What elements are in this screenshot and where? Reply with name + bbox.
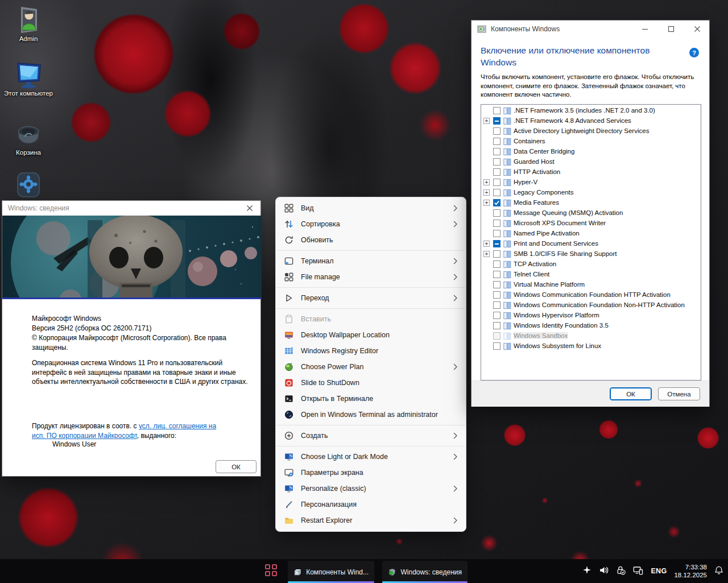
menu-item-terminal[interactable]: Терминал [276,253,466,269]
menu-item-registry-editor[interactable]: Windows Registry Editor [276,343,466,359]
feature-row[interactable]: Windows Communication Foundation HTTP Ac… [481,290,701,300]
menu-item-view[interactable]: Вид [276,200,466,216]
expand-plus-icon[interactable]: + [483,189,490,196]
menu-item-personalize-classic[interactable]: Personalize (classic) [276,481,466,497]
feature-row[interactable]: Telnet Client [481,270,701,280]
menu-item-display-settings[interactable]: Параметры экрана [276,465,466,481]
feature-checkbox[interactable] [493,322,500,329]
feature-checkbox[interactable] [493,117,500,125]
feature-checkbox[interactable] [493,209,500,217]
feature-checkbox[interactable] [493,261,500,268]
security-lock-icon[interactable] [616,565,626,577]
desktop-icon-this-pc[interactable]: Этот компьютер [0,60,57,97]
feature-checkbox[interactable] [493,158,500,166]
winver-banner-art [2,216,262,299]
feature-checkbox[interactable] [493,230,500,237]
feature-row[interactable]: +Legacy Components [481,188,701,198]
menu-item-go[interactable]: Переход [276,290,466,306]
menu-item-open-terminal[interactable]: Открыть в Терминале [276,391,466,407]
feature-row[interactable]: Guarded Host [481,157,701,167]
taskbar-clock[interactable]: 7:33:38 18.12.2025 [674,563,707,579]
start-button[interactable] [265,564,279,578]
feature-row[interactable]: HTTP Activation [481,167,701,177]
feature-checkbox[interactable] [493,281,500,288]
feature-row[interactable]: Microsoft XPS Document Writer [481,218,701,229]
menu-item-power-plan[interactable]: Choose Power Plan [276,359,466,375]
feature-row[interactable]: Active Directory Lightweight Directory S… [481,126,701,137]
feature-checkbox[interactable] [493,148,500,155]
help-icon[interactable]: ? [689,48,699,57]
feature-checkbox[interactable] [493,138,500,145]
feature-row[interactable]: .NET Framework 3.5 (includes .NET 2.0 an… [481,106,701,116]
menu-item-restart-explorer[interactable]: Restart Explorer [276,512,466,528]
close-icon[interactable] [690,23,705,35]
feature-checkbox[interactable] [493,220,500,227]
expand-plus-icon[interactable]: + [483,118,490,124]
winver-titlebar[interactable]: Windows: сведения [2,201,260,216]
taskbar-button-winver[interactable]: Windows: сведения [382,561,468,583]
feature-checkbox[interactable] [493,332,500,340]
features-titlebar[interactable]: Компоненты Windows [471,20,709,38]
feature-checkbox[interactable] [493,291,500,299]
expand-plus-icon[interactable]: + [483,200,490,206]
language-indicator[interactable]: ENG [651,567,667,575]
expand-plus-icon[interactable]: + [483,241,490,247]
feature-checkbox[interactable] [493,127,500,135]
feature-row[interactable]: Windows Identity Foundation 3.5 [481,321,701,331]
features-ok-button[interactable]: ОК [610,387,652,400]
feature-row[interactable]: Data Center Bridging [481,147,701,157]
close-icon[interactable] [242,202,257,214]
feature-row[interactable]: Message Queuing (MSMQ) Activation [481,208,701,218]
feature-row[interactable]: Containers [481,137,701,147]
cast-display-icon[interactable] [633,565,643,577]
feature-checkbox[interactable] [493,168,500,176]
personalize-screen-icon [284,483,294,494]
feature-row[interactable]: +Hyper-V [481,177,701,188]
sparkle-icon[interactable] [582,565,592,577]
menu-item-sort[interactable]: Сортировка [276,216,466,232]
menu-item-refresh[interactable]: Обновить [276,232,466,248]
volume-icon[interactable] [599,565,609,577]
feature-checkbox[interactable] [493,312,500,319]
feature-checkbox[interactable] [493,107,500,114]
feature-row[interactable]: +Media Features [481,198,701,208]
menu-item-light-dark-mode[interactable]: Choose Light or Dark Mode [276,449,466,465]
notification-bell-icon[interactable] [714,565,723,577]
feature-checkbox[interactable] [493,342,500,350]
feature-row[interactable]: +Print and Document Services [481,239,701,249]
feature-checkbox[interactable] [493,199,500,206]
menu-item-slide-shutdown[interactable]: Slide to ShutDown [276,375,466,391]
winver-ok-button[interactable]: ОК [216,460,257,473]
features-cancel-button[interactable]: Отмена [658,387,700,400]
feature-row[interactable]: Windows Subsystem for Linux [481,341,701,352]
feature-checkbox[interactable] [493,250,500,258]
expand-plus-icon[interactable]: + [483,251,490,257]
desktop-icon-recycle-bin[interactable]: Корзина [0,119,57,156]
features-list[interactable]: .NET Framework 3.5 (includes .NET 2.0 an… [481,104,701,381]
maximize-icon[interactable] [664,23,679,35]
minimize-icon[interactable] [638,23,652,35]
feature-checkbox[interactable] [493,179,500,186]
feature-row[interactable]: TCP Activation [481,259,701,270]
feature-row[interactable]: Windows Sandbox [481,331,701,341]
taskbar-button-windows-features[interactable]: Компоненты Wind... [288,561,374,583]
feature-row[interactable]: +.NET Framework 4.8 Advanced Services [481,116,701,126]
menu-item-personalization[interactable]: Персонализация [276,497,466,512]
feature-row[interactable]: Virtual Machine Platform [481,280,701,290]
desktop-icon-settings[interactable] [0,171,57,201]
expand-plus-icon[interactable]: + [483,179,490,185]
feature-row[interactable]: Windows Communication Foundation Non-HTT… [481,300,701,311]
feature-checkbox[interactable] [493,271,500,278]
menu-item-file-manage[interactable]: File manage [276,269,466,285]
feature-row[interactable]: +SMB 1.0/CIFS File Sharing Support [481,249,701,259]
feature-checkbox[interactable] [493,189,500,196]
desktop-icon-admin[interactable]: Admin [0,5,57,43]
menu-item-paste[interactable]: Вставить [276,311,466,327]
feature-checkbox[interactable] [493,301,500,309]
menu-item-open-terminal-admin[interactable]: Open in Windows Terminal as administrato… [276,407,466,423]
feature-row[interactable]: Windows Hypervisor Platform [481,311,701,321]
menu-item-wallpaper-location[interactable]: Desktop Wallpaper Location [276,327,466,343]
menu-item-create[interactable]: Создать [276,428,466,444]
feature-row[interactable]: Named Pipe Activation [481,229,701,239]
feature-checkbox[interactable] [493,240,500,247]
